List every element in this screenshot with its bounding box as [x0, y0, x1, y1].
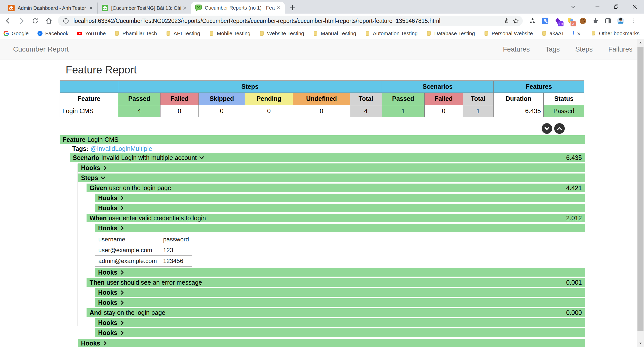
home-button[interactable] — [43, 15, 54, 26]
bookmark-item-personal-website[interactable]: Personal Website — [484, 30, 533, 36]
chevron-right-icon[interactable] — [103, 165, 107, 170]
expand-all-button[interactable] — [542, 123, 552, 134]
side-panel-button[interactable] — [602, 15, 614, 26]
hooks-bar[interactable]: Hooks — [95, 204, 585, 212]
tab-search-chevron-icon[interactable] — [566, 0, 581, 14]
keyword: Hooks — [98, 204, 117, 212]
bookmark-item-akaat[interactable]: akaAT — [541, 30, 564, 36]
browser-tab-1[interactable]: Admin Dashboard - Anh Tester — [4, 3, 98, 14]
keyword: Scenario — [73, 154, 99, 161]
hooks-bar[interactable]: Hooks — [95, 194, 585, 202]
step-text: Login CMS — [87, 136, 118, 143]
tab-close-icon[interactable] — [181, 5, 188, 11]
nav-link-steps[interactable]: Steps — [575, 46, 593, 53]
hooks-bar[interactable]: Hooks — [95, 328, 585, 337]
hooks-bar[interactable]: Hooks — [78, 163, 585, 172]
cookie-extension-button[interactable] — [577, 15, 589, 26]
side-panel-icon — [605, 17, 612, 24]
tag-link[interactable]: @InvalidLoginMultiple — [91, 145, 152, 152]
youtube-icon — [77, 31, 83, 36]
bookmark-item-youtube[interactable]: YouTube — [77, 30, 106, 36]
chevron-right-icon[interactable] — [120, 290, 125, 295]
column-header-feature: Feature — [60, 93, 118, 105]
bookmark-item-automation-testing[interactable]: Automation Testing — [365, 30, 418, 36]
new-tab-button[interactable] — [287, 3, 298, 13]
chevron-right-icon[interactable] — [120, 206, 125, 210]
tab-close-icon[interactable] — [275, 5, 282, 11]
steps-bar[interactable]: Steps — [78, 173, 585, 182]
chevron-down-icon[interactable] — [199, 155, 204, 160]
bookmark-star-icon[interactable] — [511, 16, 520, 25]
scrollbar-thumb[interactable] — [637, 47, 643, 331]
bookmark-label: Automation Testing — [373, 30, 418, 36]
tab-title: [Cucumber TestNG] Bài 13: Cài đặt Cucumb — [111, 5, 181, 11]
translate-extension-button[interactable]: G — [539, 15, 551, 26]
close-window-button[interactable] — [625, 0, 644, 14]
reload-button[interactable] — [30, 15, 41, 26]
keyword: Hooks — [98, 329, 117, 336]
hooks-bar[interactable]: Hooks — [95, 268, 585, 277]
bookmark-label: Phamiliar Tech — [122, 30, 157, 36]
collapse-all-button[interactable] — [554, 123, 565, 134]
bookmark-item-google[interactable]: Google — [4, 30, 29, 36]
minimize-button[interactable] — [588, 0, 607, 14]
feature-tree: FeatureLogin CMSTags:@InvalidLoginMultip… — [60, 135, 585, 347]
hooks-bar[interactable]: Hooks — [95, 298, 585, 307]
folder-icon — [426, 31, 432, 36]
navbar-brand[interactable]: Cucumber Report — [13, 45, 69, 53]
hooks-bar[interactable]: Hooks — [95, 288, 585, 297]
recycle-extension-button[interactable] — [526, 15, 539, 26]
restore-button[interactable] — [607, 0, 625, 14]
url-text[interactable]: localhost:63342/CucumberTestNG022023/rep… — [73, 18, 502, 24]
back-button[interactable] — [3, 15, 14, 26]
bookmarks-overflow-chevron[interactable]: » — [574, 30, 584, 37]
scroll-up-arrow-icon[interactable] — [637, 39, 644, 47]
puzzle-extensions-button[interactable] — [589, 15, 602, 26]
recycle-extension-icon — [529, 17, 536, 25]
scroll-down-arrow-icon[interactable] — [637, 339, 644, 347]
forward-button[interactable] — [16, 15, 27, 26]
data-table-row: user@example.com123 — [95, 245, 192, 256]
browser-menu-kebab-icon[interactable] — [627, 15, 639, 26]
then-bar: Thenuser should see an error message0.00… — [87, 278, 585, 287]
tab-close-icon[interactable] — [88, 5, 94, 11]
nav-link-tags[interactable]: Tags — [545, 46, 560, 53]
hooks-bar[interactable]: Hooks — [95, 224, 585, 232]
other-bookmarks-button[interactable]: Other bookmarks — [591, 30, 639, 36]
bookmark-item-api-testing[interactable]: API Testing — [166, 30, 200, 36]
chevron-right-icon[interactable] — [120, 330, 125, 335]
page-scrollbar[interactable] — [637, 39, 644, 347]
hooks-bar[interactable]: Hooks — [95, 318, 585, 327]
bookmark-label: API Testing — [174, 30, 200, 36]
data-table-header: username — [95, 234, 160, 245]
bookmark-item-website-testing[interactable]: Website Testing — [259, 30, 304, 36]
bookmark-item-mobile-testing[interactable]: Mobile Testing — [209, 30, 251, 36]
bookmark-item-manual-testing[interactable]: Manual Testing — [313, 30, 356, 36]
browser-tab-2[interactable]: [Cucumber TestNG] Bài 13: Cài đặt Cucumb — [98, 3, 191, 14]
bookmark-item-phamiliar-tech[interactable]: Phamiliar Tech — [114, 30, 157, 36]
share-icon[interactable] — [502, 16, 511, 25]
bookmark-item-database-testing[interactable]: Database Testing — [426, 30, 475, 36]
bookmark-item-facebook[interactable]: fFacebook — [37, 30, 68, 36]
chevron-right-icon[interactable] — [120, 196, 125, 200]
chevron-right-icon[interactable] — [120, 226, 125, 231]
address-bar[interactable]: localhost:63342/CucumberTestNG022023/rep… — [58, 16, 523, 26]
chevron-right-icon[interactable] — [120, 320, 125, 325]
chevron-down-icon[interactable] — [101, 176, 105, 180]
step-text: user on the login page — [109, 184, 171, 192]
chevron-right-icon[interactable] — [120, 270, 125, 275]
profile-avatar-button[interactable] — [614, 15, 627, 26]
scenario-bar[interactable]: ScenarioInvalid Login with multiple acco… — [70, 153, 585, 162]
site-info-icon[interactable] — [61, 16, 70, 25]
summary-cell: 6.435 — [494, 105, 544, 117]
chevron-right-icon[interactable] — [120, 300, 125, 305]
hooks-bar[interactable]: Hooks — [78, 339, 585, 347]
browser-tab-3[interactable]: Cucumber Reports (no 1) - Feature: Login… — [191, 2, 285, 14]
step-text: Invalid Login with multiple account — [101, 154, 197, 161]
balloons-extension-button[interactable]: 3 — [564, 15, 577, 26]
nav-link-failures[interactable]: Failures — [608, 46, 632, 53]
chevron-right-icon[interactable] — [103, 341, 107, 346]
purple-extension-button[interactable]: 19 — [551, 15, 564, 26]
step-text: user enter valid credentials to login — [109, 214, 206, 222]
nav-link-features[interactable]: Features — [503, 46, 530, 53]
